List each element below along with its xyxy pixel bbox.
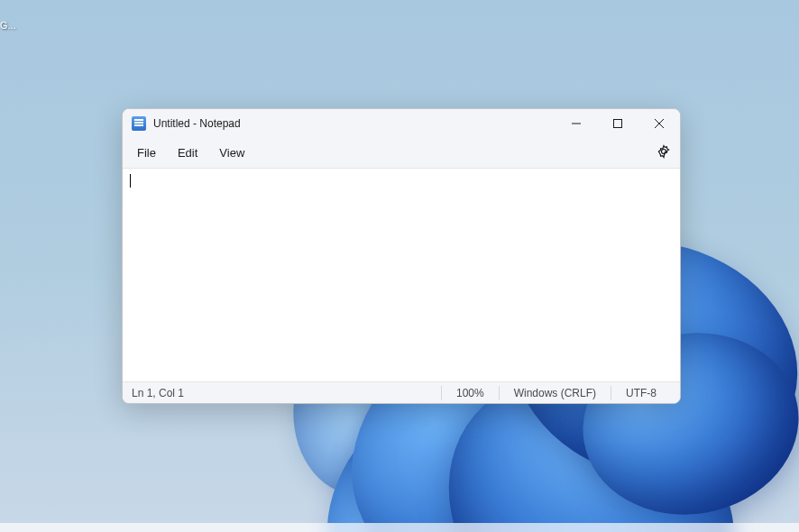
maximize-icon xyxy=(613,119,622,128)
maximize-button[interactable] xyxy=(597,109,638,138)
settings-button[interactable] xyxy=(651,139,676,167)
status-zoom[interactable]: 100% xyxy=(441,386,499,400)
status-line-ending: Windows (CRLF) xyxy=(499,386,611,400)
close-icon xyxy=(655,119,664,128)
menu-view[interactable]: View xyxy=(208,141,255,165)
statusbar: Ln 1, Col 1 100% Windows (CRLF) UTF-8 xyxy=(123,381,680,403)
menu-edit[interactable]: Edit xyxy=(167,141,208,165)
minimize-icon xyxy=(572,119,581,128)
menu-file[interactable]: File xyxy=(126,141,167,165)
desktop-icon-label[interactable]: G... xyxy=(0,20,16,31)
close-button[interactable] xyxy=(638,109,680,138)
titlebar[interactable]: Untitled - Notepad xyxy=(123,109,680,138)
gear-icon xyxy=(657,144,671,159)
minimize-button[interactable] xyxy=(556,109,597,138)
text-cursor xyxy=(130,174,131,188)
status-encoding: UTF-8 xyxy=(611,386,671,400)
taskbar[interactable] xyxy=(0,523,799,532)
status-position: Ln 1, Col 1 xyxy=(132,387,184,399)
notepad-window: Untitled - Notepad File Edit View Ln 1, … xyxy=(122,108,681,404)
text-editor[interactable] xyxy=(123,169,680,381)
notepad-app-icon xyxy=(132,116,146,131)
svg-rect-1 xyxy=(614,120,622,128)
menubar: File Edit View xyxy=(123,138,680,169)
window-title: Untitled - Notepad xyxy=(153,117,241,130)
